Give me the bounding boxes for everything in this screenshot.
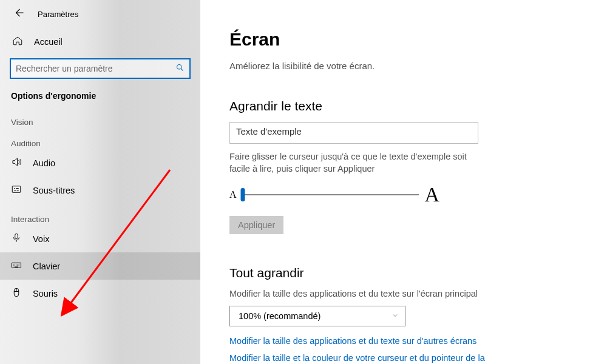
apply-button[interactable]: Appliquer [229, 216, 283, 234]
slider-description: Faire glisser le curseur jusqu'à ce que … [229, 151, 484, 175]
sidebar-item-label: Sous-titres [33, 186, 75, 195]
app-title: Paramètres [38, 10, 78, 19]
enlarge-all-description: Modifier la taille des applications et d… [229, 289, 588, 298]
svg-point-0 [177, 64, 182, 69]
home-label: Accueil [34, 37, 63, 47]
group-interaction: Interaction [0, 204, 200, 225]
page-title: Écran [229, 29, 588, 50]
slider-min-label: A [229, 189, 237, 200]
keyboard-icon [11, 260, 22, 272]
sidebar-item-keyboard[interactable]: Clavier [0, 252, 200, 280]
link-other-screens[interactable]: Modifier la taille des applications et d… [229, 336, 588, 346]
sidebar: Paramètres Accueil Options d'ergonomie V… [0, 0, 200, 364]
search-input[interactable] [10, 58, 191, 79]
group-audition: Audition [0, 128, 200, 149]
sidebar-item-label: Audio [33, 158, 55, 168]
home-button[interactable]: Accueil [10, 29, 191, 56]
link-cursor-pointer[interactable]: Modifier la taille et la couleur de votr… [229, 353, 588, 363]
sidebar-item-label: Souris [33, 289, 58, 298]
scale-select[interactable]: 100% (recommandé) [229, 306, 405, 326]
sidebar-item-label: Clavier [33, 261, 60, 271]
slider-max-label: A [425, 183, 440, 206]
home-icon [12, 35, 23, 49]
sidebar-item-subtitles[interactable]: Sous-titres [0, 177, 200, 204]
subtitles-icon [11, 184, 22, 197]
back-icon[interactable] [13, 7, 24, 21]
slider-track[interactable] [243, 194, 419, 195]
page-subtitle: Améliorez la lisibilité de votre écran. [229, 61, 588, 71]
sidebar-item-label: Voix [33, 234, 49, 244]
section-enlarge-text: Agrandir le texte [229, 99, 588, 113]
slider-thumb[interactable] [240, 188, 245, 201]
section-enlarge-all: Tout agrandir [229, 266, 588, 280]
group-vision: Vision [0, 107, 200, 128]
sidebar-item-audio[interactable]: Audio [0, 149, 200, 177]
scale-selected-label: 100% (recommandé) [239, 311, 320, 321]
audio-icon [11, 157, 22, 169]
sample-text-box: Texte d'exemple [229, 122, 478, 144]
sidebar-header: Paramètres [0, 0, 200, 29]
text-size-slider[interactable]: A A [229, 183, 588, 206]
search-icon [175, 63, 185, 75]
svg-rect-2 [15, 234, 18, 238]
sidebar-item-voice[interactable]: Voix [0, 225, 200, 252]
search-field[interactable] [16, 64, 175, 73]
section-title: Options d'ergonomie [0, 89, 200, 107]
svg-rect-1 [12, 186, 21, 193]
mouse-icon [11, 287, 22, 300]
chevron-down-icon [392, 311, 399, 321]
sidebar-item-mouse[interactable]: Souris [0, 280, 200, 307]
voice-icon [11, 232, 22, 245]
content-pane: Écran Améliorez la lisibilité de votre é… [200, 0, 607, 364]
